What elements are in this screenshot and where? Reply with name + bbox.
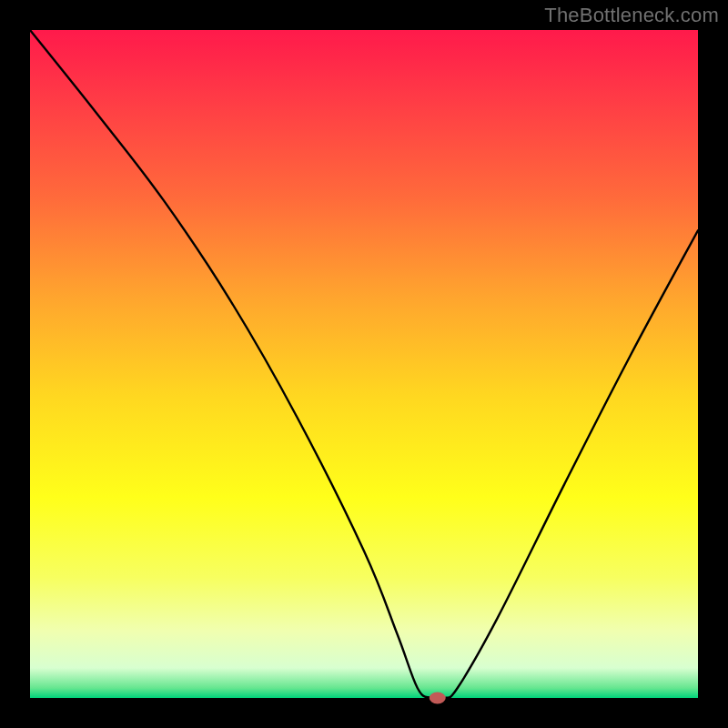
plot-background [30, 30, 698, 698]
bottleneck-chart [0, 0, 728, 728]
watermark-label: TheBottleneck.com [544, 4, 719, 27]
chart-frame: TheBottleneck.com [0, 0, 728, 728]
optimum-marker [430, 693, 446, 704]
